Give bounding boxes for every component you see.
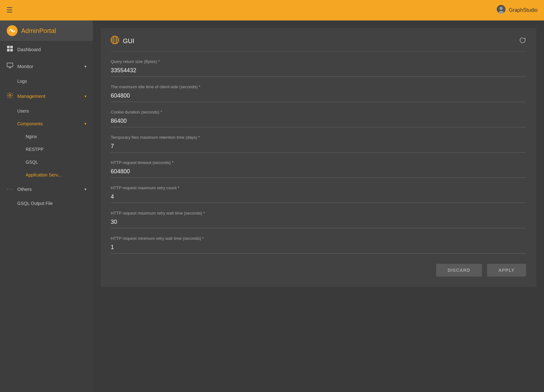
form-fields: Query return size (Bytes) * 33554432 The…: [111, 59, 526, 254]
field-value-3: 7: [111, 142, 526, 153]
management-icon: [6, 92, 13, 100]
gui-card-header: GUI: [111, 36, 526, 51]
field-label-2: Cookie duration (seconds) *: [111, 110, 526, 114]
sidebar-item-dashboard[interactable]: Dashboard: [0, 41, 93, 58]
field-label-7: HTTP request minimum retry wait time (se…: [111, 236, 526, 241]
buttons-area: DISCARD APPLY: [111, 264, 526, 277]
monitor-label: Monitor: [17, 64, 33, 69]
management-chevron: ▾: [84, 94, 86, 98]
components-label: Components: [17, 121, 43, 126]
svg-point-12: [9, 94, 11, 96]
restpp-label: RESTPP: [26, 147, 44, 152]
form-field-7: HTTP request minimum retry wait time (se…: [111, 236, 526, 254]
sidebar-item-others[interactable]: ··· Others ▾: [0, 181, 93, 197]
field-value-0: 33554432: [111, 66, 526, 77]
discard-button[interactable]: DISCARD: [436, 264, 482, 277]
logo-text: AdminPortal: [21, 27, 56, 35]
form-field-0: Query return size (Bytes) * 33554432: [111, 59, 526, 77]
hamburger-icon[interactable]: ☰: [6, 6, 13, 14]
svg-point-1: [500, 7, 503, 10]
header-left: ☰: [6, 6, 13, 14]
appserv-label: Application Serv...: [26, 172, 61, 177]
field-label-3: Temporary files maximum retention time (…: [111, 135, 526, 140]
dashboard-icon: [6, 45, 13, 53]
gsql-label: GSQL: [26, 160, 38, 165]
field-label-0: Query return size (Bytes) *: [111, 59, 526, 64]
others-icon: ···: [6, 186, 13, 192]
sidebar-item-nginx[interactable]: Nginx: [0, 130, 93, 143]
sidebar-item-logs[interactable]: Logs: [0, 75, 93, 88]
sidebar-item-monitor[interactable]: Monitor ▾: [0, 58, 93, 75]
sidebar-item-restpp[interactable]: RESTPP: [0, 143, 93, 156]
others-label: Others: [17, 186, 32, 192]
sidebar-item-components[interactable]: Components ▾: [0, 117, 93, 130]
svg-rect-6: [10, 46, 13, 48]
content-area: GUI Query return size (Bytes) * 33554432…: [93, 20, 544, 392]
user-avatar-icon: [497, 5, 506, 16]
logs-label: Logs: [17, 79, 27, 84]
sidebar-item-gsql[interactable]: GSQL: [0, 156, 93, 169]
top-header: ☰ GraphStudio: [0, 0, 544, 20]
field-label-1: The maximum idle time of client-side (se…: [111, 84, 526, 89]
field-value-7: 1: [111, 243, 526, 254]
form-field-3: Temporary files maximum retention time (…: [111, 135, 526, 153]
field-value-2: 86400: [111, 116, 526, 127]
main-layout: AdminPortal Dashboard: [0, 20, 544, 392]
svg-rect-5: [7, 46, 10, 48]
sidebar-item-users[interactable]: Users: [0, 105, 93, 117]
refresh-icon[interactable]: [519, 37, 526, 45]
sidebar-item-gsql-output[interactable]: GSQL Output File: [0, 197, 93, 210]
dashboard-label: Dashboard: [17, 47, 41, 52]
sidebar: AdminPortal Dashboard: [0, 20, 93, 392]
field-label-4: HTTP request timeout (seconds) *: [111, 160, 526, 165]
svg-rect-8: [10, 49, 13, 51]
gui-globe-icon: [111, 36, 119, 46]
apply-button[interactable]: APPLY: [487, 264, 526, 277]
gui-title-area: GUI: [111, 36, 134, 46]
header-right: GraphStudio: [497, 5, 538, 16]
gui-card: GUI Query return size (Bytes) * 33554432…: [100, 28, 536, 287]
gsql-output-label: GSQL Output File: [17, 201, 53, 206]
sidebar-item-appserv[interactable]: Application Serv...: [0, 169, 93, 181]
svg-point-4: [11, 30, 13, 32]
field-value-5: 4: [111, 192, 526, 203]
monitor-icon: [6, 62, 13, 70]
form-field-2: Cookie duration (seconds) * 86400: [111, 110, 526, 127]
components-chevron: ▾: [84, 122, 86, 126]
svg-rect-9: [7, 63, 13, 67]
field-value-6: 30: [111, 217, 526, 228]
form-field-1: The maximum idle time of client-side (se…: [111, 84, 526, 102]
monitor-chevron: ▾: [84, 64, 86, 69]
gui-title: GUI: [123, 37, 134, 45]
nginx-label: Nginx: [26, 134, 37, 139]
form-field-4: HTTP request timeout (seconds) * 604800: [111, 160, 526, 178]
management-label: Management: [17, 93, 45, 99]
svg-rect-7: [7, 49, 10, 51]
user-name: GraphStudio: [509, 7, 538, 13]
field-value-1: 604800: [111, 91, 526, 102]
form-field-5: HTTP request maximum retry count * 4: [111, 185, 526, 203]
form-field-6: HTTP request maximum retry wait time (se…: [111, 211, 526, 228]
field-label-5: HTTP request maximum retry count *: [111, 185, 526, 190]
field-label-6: HTTP request maximum retry wait time (se…: [111, 211, 526, 216]
others-chevron: ▾: [84, 187, 86, 192]
users-label: Users: [17, 108, 29, 114]
field-value-4: 604800: [111, 167, 526, 178]
sidebar-item-management[interactable]: Management ▾: [0, 88, 93, 105]
logo-area: AdminPortal: [0, 20, 93, 41]
